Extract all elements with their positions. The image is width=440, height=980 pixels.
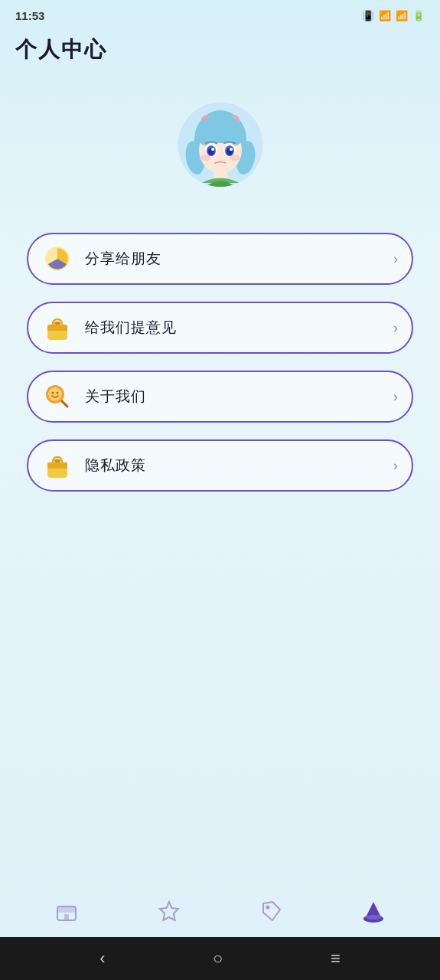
share-arrow: ›: [393, 251, 398, 267]
share-label: 分享给朋友: [85, 249, 393, 269]
svg-rect-25: [47, 325, 67, 331]
menu-list: 分享给朋友 › 给我们提意见 ›: [0, 233, 440, 492]
svg-rect-37: [64, 914, 69, 920]
page-title: 个人中心: [15, 35, 425, 64]
android-back-button[interactable]: ‹: [99, 949, 105, 969]
android-nav-bar: ‹ ○ ≡: [0, 937, 440, 980]
status-icons: 📳 📶 📶 🔋: [362, 10, 425, 21]
svg-rect-26: [54, 322, 60, 325]
feedback-icon: [42, 312, 73, 343]
svg-rect-36: [57, 906, 76, 913]
privacy-arrow: ›: [393, 458, 398, 474]
nav-item-home[interactable]: [42, 894, 91, 928]
nav-item-star[interactable]: [145, 894, 194, 928]
privacy-icon: [42, 450, 73, 481]
svg-point-28: [48, 387, 62, 401]
svg-point-21: [200, 155, 211, 161]
svg-line-31: [62, 401, 67, 407]
svg-point-20: [230, 148, 233, 151]
svg-rect-33: [47, 462, 67, 469]
nav-tag-icon: [259, 899, 283, 923]
about-arrow: ›: [393, 389, 398, 405]
page-header: 个人中心: [0, 28, 440, 72]
menu-item-share[interactable]: 分享给朋友 ›: [27, 233, 413, 285]
nav-star-icon: [157, 899, 181, 923]
status-bar: 11:53 📳 📶 📶 🔋: [0, 0, 440, 28]
svg-point-30: [57, 392, 59, 394]
nav-item-profile[interactable]: [349, 894, 398, 928]
share-icon: [42, 243, 73, 274]
about-icon: [42, 381, 73, 412]
privacy-label: 隐私政策: [85, 456, 393, 475]
svg-rect-12: [230, 133, 241, 145]
nav-item-tag[interactable]: [246, 894, 295, 928]
feedback-label: 给我们提意见: [85, 318, 393, 338]
vibrate-icon: 📳: [362, 10, 374, 21]
svg-point-29: [52, 392, 54, 394]
avatar[interactable]: [178, 103, 262, 187]
feedback-arrow: ›: [393, 320, 398, 336]
menu-item-privacy[interactable]: 隐私政策 ›: [27, 439, 413, 492]
svg-point-41: [366, 915, 381, 920]
nav-home-icon: [54, 899, 79, 923]
android-home-button[interactable]: ○: [213, 949, 223, 969]
svg-rect-11: [200, 133, 210, 145]
battery-icon: 🔋: [412, 10, 425, 21]
svg-marker-38: [160, 902, 178, 920]
signal-icon: 📶: [396, 10, 408, 21]
about-label: 关于我们: [85, 387, 393, 407]
svg-point-22: [230, 155, 240, 161]
status-time: 11:53: [15, 9, 44, 22]
bottom-nav: [0, 885, 440, 937]
android-menu-button[interactable]: ≡: [331, 949, 341, 969]
nav-profile-icon: [361, 899, 386, 923]
svg-point-19: [211, 148, 214, 151]
avatar-section: [0, 72, 440, 233]
wifi-icon: 📶: [379, 10, 391, 21]
svg-rect-34: [54, 459, 60, 462]
menu-item-feedback[interactable]: 给我们提意见 ›: [27, 302, 413, 354]
svg-point-39: [266, 906, 270, 910]
menu-item-about[interactable]: 关于我们 ›: [27, 371, 413, 423]
